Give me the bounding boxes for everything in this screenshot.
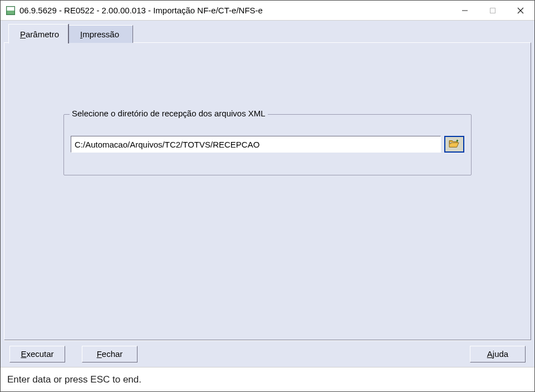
tab-parametro[interactable]: Parâmetro <box>8 24 68 43</box>
tab-parametro-accel: P <box>20 30 26 39</box>
tab-impressao-label: mpressão <box>82 30 119 39</box>
executar-accel: E <box>21 349 26 359</box>
tab-panel-parametro: Selecione o diretório de recepção dos ar… <box>4 42 531 340</box>
buttons-bar: Executar Fechar Ajuda <box>4 340 531 367</box>
window-controls <box>451 1 534 20</box>
app-window: 06.9.5629 - RE0522 - 2.00.00.013 - Impor… <box>0 0 535 392</box>
minimize-button[interactable] <box>451 1 479 20</box>
status-bar: Enter data or press ESC to end. <box>1 367 534 391</box>
close-button[interactable] <box>507 1 534 20</box>
executar-label: xecutar <box>26 349 53 359</box>
fechar-accel: F <box>97 349 102 359</box>
tab-parametro-label: arâmetro <box>26 30 59 39</box>
groupbox-label: Selecione o diretório de recepção dos ar… <box>70 109 268 118</box>
window-title: 06.9.5629 - RE0522 - 2.00.00.013 - Impor… <box>19 6 451 15</box>
maximize-button <box>479 1 507 20</box>
ajuda-label: juda <box>493 349 508 359</box>
folder-open-icon <box>448 139 460 150</box>
app-icon <box>6 6 15 15</box>
tab-impressao[interactable]: Impressão <box>68 25 133 43</box>
browse-button[interactable] <box>444 136 464 153</box>
tabs: Parâmetro Impressão <box>4 24 531 43</box>
ajuda-accel: A <box>487 349 493 359</box>
groupbox-directory: Selecione o diretório de recepção dos ar… <box>63 114 472 175</box>
directory-input[interactable] <box>71 136 441 153</box>
status-text: Enter data or press ESC to end. <box>7 374 141 385</box>
directory-row <box>71 136 464 153</box>
titlebar: 06.9.5629 - RE0522 - 2.00.00.013 - Impor… <box>1 1 534 21</box>
executar-button[interactable]: Executar <box>9 346 65 362</box>
client-area: Parâmetro Impressão Selecione o diretóri… <box>1 21 534 367</box>
fechar-label: echar <box>102 349 123 359</box>
fechar-button[interactable]: Fechar <box>82 346 138 362</box>
ajuda-button[interactable]: Ajuda <box>470 346 526 362</box>
svg-rect-1 <box>490 8 495 13</box>
